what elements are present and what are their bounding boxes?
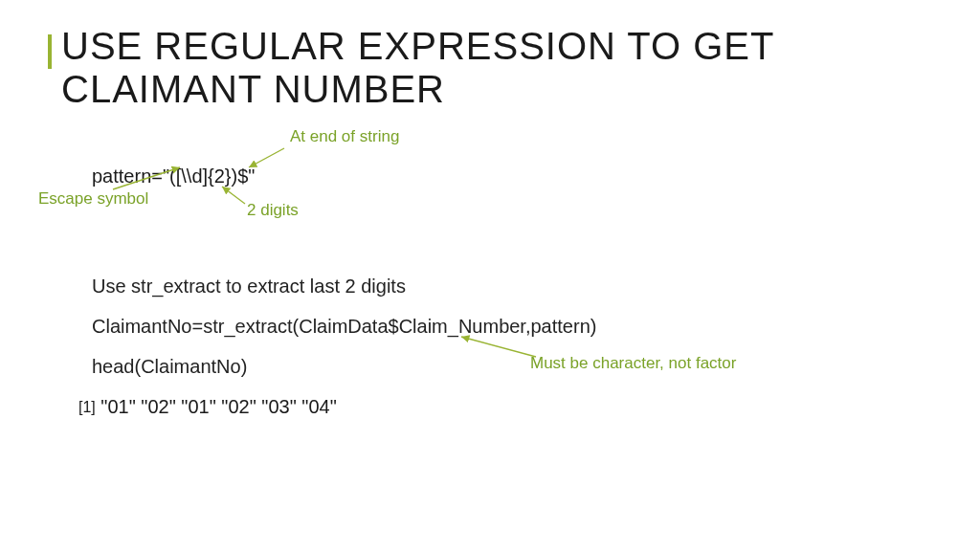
annotation-escape-symbol: Escape symbol [38,189,148,209]
output-line: [1] "01" "02" "01" "02" "03" "04" [78,396,337,418]
body-line-3: head(ClaimantNo) [92,356,247,378]
pattern-code: pattern="([\\d]{2})$" [92,165,255,187]
annotation-must-be-character: Must be character, not factor [530,354,736,373]
output-bracket: [1] [78,399,96,415]
body-line-2: ClaimantNo=str_extract(ClaimData$Claim_N… [92,316,596,338]
arrow-end-of-string [249,148,284,167]
body-line-1: Use str_extract to extract last 2 digits [92,276,406,298]
accent-bar [48,34,52,69]
slide: USE REGULAR EXPRESSION TO GET CLAIMANT N… [0,0,980,551]
annotation-two-digits: 2 digits [247,201,299,220]
slide-title: USE REGULAR EXPRESSION TO GET CLAIMANT N… [61,25,884,111]
arrow-two-digits [222,187,245,204]
output-values: "01" "02" "01" "02" "03" "04" [100,396,336,417]
arrow-must-be-character [461,337,536,357]
annotation-end-of-string: At end of string [290,127,405,146]
